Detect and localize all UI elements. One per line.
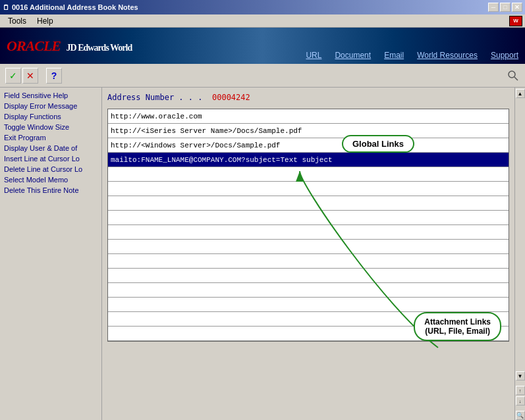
scroll-pageup-button[interactable]: ↑ <box>516 386 525 395</box>
notes-row[interactable]: http://<Windows Server>/Docs/Sample.pdf <box>108 138 509 153</box>
sidebar-item-field-help[interactable]: Field Sensitive Help <box>1 90 100 101</box>
menu-help[interactable]: Help <box>32 15 59 27</box>
notes-row[interactable] <box>108 196 509 211</box>
titlebar-title: 0016 Additional Address Book Notes <box>12 3 488 11</box>
notes-area: http://www.oracle.comhttp://<iSeries Ser… <box>107 109 509 342</box>
oracle-icon: W <box>509 16 522 26</box>
notes-row[interactable] <box>108 240 509 254</box>
titlebar-buttons: ─ □ ✕ <box>488 3 522 12</box>
confirm-button[interactable]: ✓ <box>5 68 21 84</box>
menu-tools[interactable]: Tools <box>3 15 32 27</box>
zoom-button[interactable]: 🔍 <box>516 411 525 420</box>
scrollbar[interactable]: ▲ ▼ ↑ ↓ 🔍 <box>514 88 525 420</box>
minimize-button[interactable]: ─ <box>488 3 499 12</box>
attachment-label-line2: (URL, File, Email) <box>424 327 491 336</box>
sidebar-item-select-model[interactable]: Select Model Memo <box>1 174 100 185</box>
menubar: Tools Help W <box>0 14 525 28</box>
notes-row[interactable] <box>108 269 509 283</box>
notes-row[interactable] <box>108 298 509 312</box>
sidebar-item-display-functions[interactable]: Display Functions <box>1 111 100 122</box>
address-line: Address Number . . . 00004242 <box>107 93 509 102</box>
nav-document[interactable]: Document <box>328 49 377 61</box>
nav-world-resources[interactable]: World Resources <box>410 49 484 61</box>
scroll-down-button[interactable]: ▼ <box>516 371 525 381</box>
notes-row[interactable] <box>108 211 509 225</box>
close-button[interactable]: ✕ <box>512 3 522 12</box>
oracle-text: ORACLE JD Edwards World <box>7 38 132 55</box>
scroll-pagedown-button[interactable]: ↓ <box>516 396 525 406</box>
sidebar-item-user-date[interactable]: Display User & Date of <box>1 143 100 153</box>
cancel-button[interactable]: ✕ <box>22 68 38 84</box>
attachment-label-line1: Attachment Links <box>424 317 491 327</box>
oracle-logo: ORACLE JD Edwards World <box>0 38 132 55</box>
notes-row[interactable] <box>108 167 509 182</box>
global-links-label: Global Links <box>342 135 414 153</box>
address-value: 00004242 <box>212 93 250 102</box>
sidebar: Field Sensitive Help Display Error Messa… <box>0 88 102 420</box>
nav-support[interactable]: Support <box>484 49 525 61</box>
search-icon[interactable] <box>507 69 520 82</box>
content-area: Address Number . . . 00004242 http://www… <box>102 88 514 420</box>
scroll-up-button[interactable]: ▲ <box>516 89 525 98</box>
oracle-header: ORACLE JD Edwards World URL Document Ema… <box>0 28 525 64</box>
notes-row[interactable]: mailto:FNAME_LNAME@COMPANY.COM?subject=T… <box>108 153 509 167</box>
sidebar-item-insert-line[interactable]: Insert Line at Cursor Lo <box>1 153 100 164</box>
sidebar-item-exit[interactable]: Exit Program <box>1 132 100 143</box>
notes-row[interactable] <box>108 182 509 196</box>
sidebar-item-error-msg[interactable]: Display Error Message <box>1 101 100 111</box>
help-button[interactable]: ? <box>46 68 62 84</box>
sidebar-item-delete-note[interactable]: Delete This Entire Note <box>1 185 100 196</box>
notes-row[interactable] <box>108 283 509 298</box>
svg-point-0 <box>509 71 515 78</box>
nav-url[interactable]: URL <box>299 49 328 61</box>
notes-row[interactable]: http://www.oracle.com <box>108 109 509 124</box>
notes-row[interactable] <box>108 225 509 240</box>
titlebar: 🗒 0016 Additional Address Book Notes ─ □… <box>0 0 525 14</box>
notes-row[interactable] <box>108 254 509 269</box>
maximize-button[interactable]: □ <box>500 3 511 12</box>
sidebar-item-toggle-window[interactable]: Toggle Window Size <box>1 122 100 132</box>
address-label: Address Number . . . <box>107 93 203 102</box>
main-content: Field Sensitive Help Display Error Messa… <box>0 88 525 420</box>
titlebar-icon: 🗒 <box>3 4 9 11</box>
attachment-bubble: Attachment Links (URL, File, Email) <box>414 312 501 341</box>
svg-line-1 <box>514 77 518 80</box>
nav-email[interactable]: Email <box>377 49 410 61</box>
header-nav: URL Document Email World Resources Suppo… <box>299 28 525 64</box>
sidebar-item-delete-line[interactable]: Delete Line at Cursor Lo <box>1 164 100 174</box>
toolbar: ✓ ✕ ? Global Links <box>0 64 525 88</box>
notes-row[interactable]: http://<iSeries Server Name>/Docs/Sample… <box>108 124 509 138</box>
jde-text: JD Edwards World <box>65 43 132 53</box>
